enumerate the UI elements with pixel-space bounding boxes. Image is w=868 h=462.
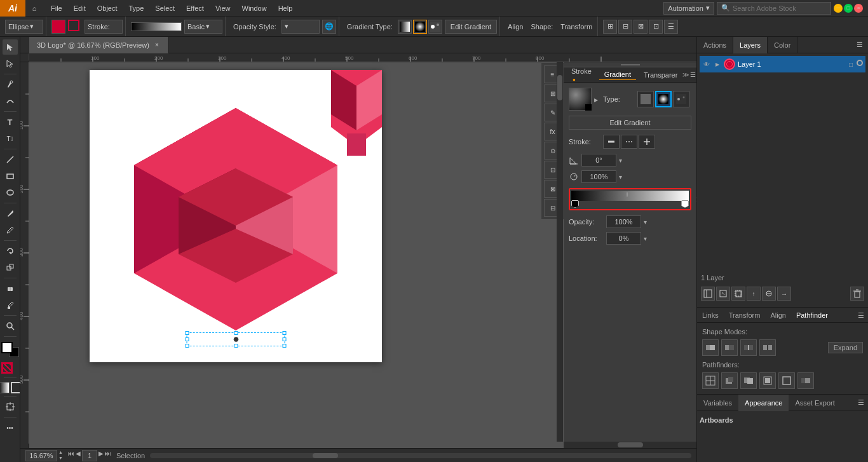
page-input[interactable]	[82, 450, 97, 461]
stroke-color-indicator[interactable]	[1, 362, 13, 374]
exclude-btn[interactable]	[759, 339, 776, 356]
globe-button[interactable]: 🌐	[322, 20, 336, 34]
handle-left-mid[interactable]	[186, 337, 189, 341]
crop-btn[interactable]	[759, 372, 776, 389]
gradient-swatch-preview[interactable]	[569, 88, 592, 111]
page-prev[interactable]: ◀	[76, 450, 81, 461]
eyedropper-tool[interactable]	[3, 297, 18, 313]
arrange-btn3[interactable]: ⊠	[634, 20, 648, 34]
links-tab[interactable]: Links	[697, 308, 724, 323]
stroke-opt3[interactable]	[639, 135, 655, 149]
selected-ellipse[interactable]	[187, 332, 285, 346]
transparer-panel-tab[interactable]: Transparer	[639, 70, 682, 80]
workspace-selector[interactable]: Automation ▾	[663, 2, 714, 15]
actions-tab[interactable]: Actions	[697, 37, 733, 53]
stock-search-box[interactable]: 🔍	[717, 2, 831, 15]
location-dropdown-btn[interactable]: ▾	[644, 235, 647, 242]
tab-close-btn[interactable]: ×	[153, 41, 161, 49]
layers-panel-menu[interactable]: ☰	[851, 37, 868, 53]
pencil-tool[interactable]	[3, 222, 18, 238]
rect-tool[interactable]	[3, 168, 18, 184]
appearance-tab[interactable]: Appearance	[738, 395, 789, 411]
panel-menu-btn[interactable]: ☰	[690, 71, 696, 78]
panel-scrollbar[interactable]	[564, 442, 696, 448]
move-to-layer-btn[interactable]: →	[777, 287, 791, 301]
layer-visibility-btn[interactable]: 👁	[702, 60, 711, 69]
menu-object[interactable]: Object	[92, 0, 123, 17]
align-tab[interactable]: Align	[765, 308, 790, 323]
menu-select[interactable]: Select	[150, 0, 180, 17]
zoom-up[interactable]: ▲	[58, 450, 63, 456]
opacity-dropdown-btn[interactable]: ▾	[644, 219, 647, 226]
minus-back-btn[interactable]	[797, 372, 814, 389]
canvas-content[interactable]: ≡ ⊞ ✎ fx ⊙ ⊡ ⊠ ⊟ Stroke	[29, 62, 696, 448]
duplicate-layer-btn[interactable]	[731, 287, 745, 301]
gradient-panel-tab[interactable]: Gradient	[599, 69, 636, 80]
rotate-tool[interactable]	[3, 243, 18, 259]
type-radial-btn[interactable]	[655, 91, 672, 107]
scale-dropdown[interactable]: ▾	[619, 173, 622, 180]
gradient-freeform-btn[interactable]	[428, 20, 442, 34]
minus-front-btn[interactable]	[721, 339, 738, 356]
stroke-opt1[interactable]	[603, 135, 620, 149]
edit-gradient-panel-btn[interactable]: Edit Gradient	[569, 116, 691, 130]
gradient-preview[interactable]	[131, 22, 182, 31]
handle-top-mid[interactable]	[234, 331, 238, 335]
type-tool[interactable]: T	[3, 114, 18, 130]
handle-bottom-mid[interactable]	[234, 344, 238, 348]
gradient-bar[interactable]	[571, 191, 689, 201]
unite-btn[interactable]	[702, 339, 719, 356]
expand-btn[interactable]: Expand	[828, 342, 863, 353]
scale-tool[interactable]	[3, 260, 18, 275]
handle-tl[interactable]	[186, 331, 189, 335]
asset-export-tab[interactable]: Asset Export	[789, 395, 841, 411]
zoom-input[interactable]	[25, 450, 57, 461]
location-input[interactable]	[606, 232, 641, 245]
selection-tool[interactable]	[3, 39, 18, 55]
paintbrush-tool[interactable]	[3, 206, 18, 221]
layer-lock-btn[interactable]: □	[846, 60, 855, 69]
menu-help[interactable]: Help	[273, 0, 298, 17]
type-freeform-btn[interactable]	[673, 91, 689, 107]
fill-none-btn[interactable]	[11, 382, 21, 393]
fill-gradient-btn[interactable]	[0, 382, 10, 393]
close-button[interactable]: ×	[854, 4, 863, 13]
stroke-panel-tab[interactable]: Stroke ●	[566, 66, 597, 84]
page-next[interactable]: ▶	[98, 450, 104, 461]
menu-file[interactable]: File	[46, 0, 67, 17]
stroke-selector[interactable]: Stroke:	[85, 20, 123, 34]
home-button[interactable]: ⌂	[25, 0, 43, 17]
vscroll-thumb[interactable]	[557, 75, 562, 100]
shape-selector[interactable]: Ellipse ▾	[5, 20, 43, 34]
variables-tab[interactable]: Variables	[697, 395, 738, 411]
menu-window[interactable]: Window	[237, 0, 272, 17]
stock-search-input[interactable]	[733, 4, 822, 12]
stroke-indicator[interactable]	[68, 20, 82, 34]
scale-input[interactable]	[581, 170, 616, 183]
document-tab[interactable]: 3D Logo* @ 16.67% (RGB/Preview) ×	[29, 37, 169, 53]
angle-input[interactable]	[581, 154, 616, 166]
layer-item-1[interactable]: 👁 ▶ Layer 1 □	[700, 56, 865, 72]
opacity-panel-input[interactable]	[606, 215, 641, 228]
pen-tool[interactable]	[3, 77, 18, 92]
pathfinder-tab[interactable]: Pathfinder	[791, 308, 833, 323]
handle-bl[interactable]	[186, 344, 189, 348]
arrange-btn1[interactable]: ⊞	[603, 20, 617, 34]
gradient-delete-btn[interactable]: ✕	[695, 195, 696, 204]
ellipse-tool[interactable]	[3, 185, 18, 200]
handle-tr[interactable]	[283, 331, 287, 335]
merge-btn[interactable]	[740, 372, 757, 389]
transform-tab[interactable]: Transform	[724, 308, 766, 323]
menu-type[interactable]: Type	[124, 0, 149, 17]
minimize-button[interactable]: ─	[834, 4, 843, 13]
eraser-tool[interactable]	[3, 281, 18, 296]
arrange-btn5[interactable]: ☰	[664, 20, 678, 34]
foreground-color-swatch[interactable]	[1, 342, 13, 353]
release-clipping-btn[interactable]: ↑	[747, 287, 761, 301]
intersect-btn[interactable]	[740, 339, 757, 356]
stroke-opt2[interactable]	[621, 135, 637, 149]
angle-dropdown[interactable]: ▾	[619, 157, 622, 164]
vertical-scrollbar[interactable]	[557, 62, 563, 442]
divide-btn[interactable]	[702, 372, 719, 389]
make-group-btn[interactable]	[701, 287, 715, 301]
